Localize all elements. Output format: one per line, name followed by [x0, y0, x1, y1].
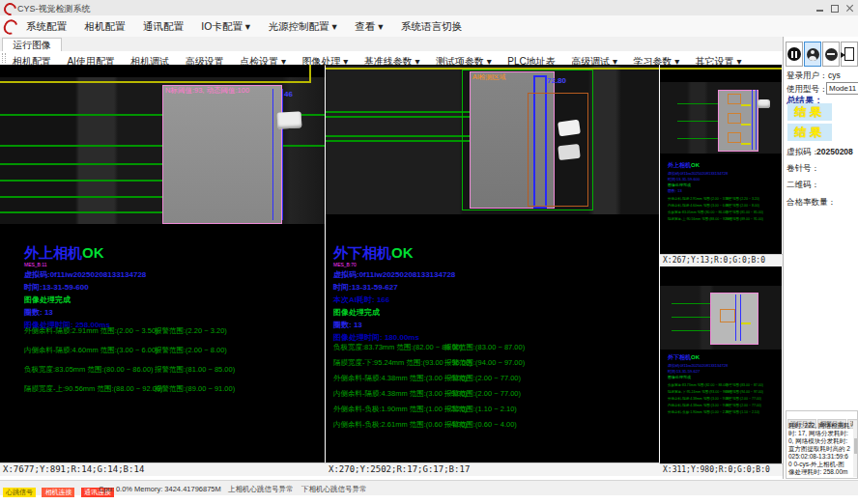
menu-item[interactable]: 光源控制配置 ▾ [262, 15, 344, 37]
model-select[interactable]: Mode11 [826, 82, 858, 95]
blue-gauge-lines [272, 89, 283, 220]
menu-item[interactable]: 通讯配置 [136, 15, 190, 37]
roi-threshold-label: N标阈值:93, 动态阈值:100 [165, 86, 249, 96]
user-icon [807, 48, 819, 61]
log-scrollbar[interactable] [853, 421, 857, 477]
log-panel: 运行日志报警日志调试日志 耗时: 222, 网络检测耗时: 17, 网络分发耗时… [786, 410, 858, 479]
camera-title: 外下相机 [333, 244, 391, 261]
orange-roi-frame [728, 132, 741, 143]
orange-roi-frame [728, 94, 741, 104]
mini-label-marker [741, 104, 751, 106]
alarm-range: 报警范围:(89.00 ~ 91.00) [155, 384, 235, 394]
time-line: 时间:13-31-59-600 [668, 177, 700, 182]
camera-link-badge: 相机连接 [42, 488, 74, 497]
side-panel: 登录用户： cys 使用型号： Mode11 总结果： 结果 结果 虚拟码： 2… [783, 37, 858, 479]
ai-time-line: 本次AI耗时: 166 [333, 294, 389, 305]
done-line: 图像处理完成 [668, 182, 691, 187]
alarm-range: 报警范围:(94.00 ~ 97.00) [726, 390, 763, 394]
measure-line [677, 103, 718, 104]
measure-line [326, 135, 471, 137]
measurement-row: 外侧余料-隔膜:4.38mm 范围:(3.00 ~ 9.00) [668, 397, 730, 401]
proc-time-line: 图像处理时间: 180.00ms [333, 332, 419, 343]
barcode-line: 虚拟码:0f11iw20250208133134728 [24, 269, 146, 280]
orange-roi-frame [720, 309, 735, 322]
menu-item[interactable]: IO卡配置 ▾ [194, 15, 257, 37]
pause-button[interactable] [786, 42, 803, 67]
barcode-line: 虚拟码:0f11iw20250208133134728 [668, 171, 728, 176]
result-ok-label: OK [691, 354, 700, 360]
camera-view-upper[interactable]: N标阈值:93, 动态阈值:100 46 外上相机OK MES_B:11 虚拟码… [0, 65, 325, 462]
upper-camera-warning: 上相机心跳信号异常 [228, 485, 294, 494]
time-line: 时间:13-31-59-600 [24, 282, 89, 293]
measurement-row: 内侧余料-隔膜:4.60mm 范围:(3.00 ~ 6.00) [24, 346, 158, 355]
measure-line [677, 138, 718, 139]
alarm-range: 报警范围:(2.00 ~ 77.00) [444, 374, 521, 383]
thumbnail-view-lower[interactable]: 外下相机OK 虚拟码:0f11iw20250208133134728 时间:13… [660, 266, 782, 463]
blue-gauge-lines [735, 294, 741, 341]
login-user-label: 登录用户： [786, 70, 828, 82]
minimize-button[interactable] [814, 4, 827, 13]
measurement-row: 外侧余料-负极:1.90mm 范围:(1.00 ~ 2.20) [668, 410, 730, 414]
measure-line [0, 196, 162, 198]
window-title: CYS-视觉检测系统 [17, 3, 91, 15]
measurement-row: 负极宽度:83.73mm 范围:(82.00 ~ 88.00) [333, 343, 463, 352]
app-window: CYS-视觉检测系统 系统配置 相机配置 通讯配置 IO卡配置 ▾ 光源控制配置… [0, 0, 858, 504]
exit-door-icon [844, 47, 854, 61]
guide-line [660, 68, 782, 70]
blue-measure-tag: 72.80 [547, 76, 566, 85]
menu-item[interactable]: 相机配置 [77, 15, 131, 37]
brand-logo-icon [1, 17, 20, 38]
alarm-range: 报警范围:(83.00 ~ 87.00) [444, 343, 525, 352]
guide-line [309, 65, 311, 81]
ai-detect-region-label: AI检测区域 [472, 72, 506, 82]
done-line: 图像处理完成 [668, 375, 691, 379]
tabstrip: 运行图像 [0, 37, 858, 52]
camera-view-lower[interactable]: AI检测区域 72.80 外下相机OK MES_B:70 虚拟码:0f11iw2… [326, 65, 659, 462]
bright-blob [558, 120, 581, 137]
measurement-row: 内侧余料-隔膜:4.60mm 范围:(3.00 ~ 6.00) [668, 204, 730, 208]
menu-item[interactable]: 查看 ▾ [348, 15, 389, 37]
alarm-range: 报警范围:(94.00 ~ 97.00) [444, 358, 525, 368]
alarm-range: 报警范围:(1.10 ~ 2.10) [726, 410, 759, 414]
alarm-range: 报警范围:(2.00 ~ 8.00) [726, 204, 759, 208]
alarm-range: 报警范围:(83.00 ~ 87.00) [726, 383, 763, 387]
heartbeat-badge: 心跳信号 [3, 488, 36, 497]
titlebar: CYS-视觉检测系统 [0, 0, 858, 16]
mini-camera-title: 外下相机OK [668, 353, 700, 362]
round-minus-icon [825, 48, 838, 61]
alarm-range: 报警范围:(81.00 ~ 85.00) [155, 365, 235, 375]
stop-button[interactable] [822, 42, 840, 67]
pixel-coord-readout: X:270;Y:2502;R:17;G:17;B:17 [326, 462, 662, 476]
measurement-row: 隔膜宽度-上:90.56mm 范围:(88.00 ~ 92.00) [668, 217, 732, 221]
menu-item[interactable]: 系统配置 [19, 15, 73, 37]
measure-line [672, 317, 710, 318]
measurement-row: 负极宽度:83.73mm 范围:(82.00 ~ 88.00) [668, 383, 728, 387]
measurement-row: 隔膜宽度-下:95.24mm 范围:(93.00 ~ 96.00) [668, 390, 732, 394]
overlay-title-row: 外上相机OK [24, 244, 104, 263]
camera-title: 外下相机 [668, 354, 691, 360]
pause-icon [787, 47, 801, 61]
orange-roi-frame [728, 113, 741, 124]
camera-title: 外上相机 [24, 244, 82, 261]
field-label: 合格率数量： [786, 197, 836, 209]
exit-button[interactable] [841, 42, 858, 67]
measurement-row: 隔膜宽度-上:90.56mm 范围:(88.00 ~ 92.00) [24, 384, 163, 394]
mes-tag: MES_B:70 [333, 262, 357, 267]
close-button[interactable] [843, 4, 856, 13]
thumbnail-view-upper[interactable]: 外上相机OK 虚拟码:0f11iw20250208133134728 时间:13… [660, 65, 782, 254]
menu-item[interactable]: 系统语言切换 [394, 15, 469, 37]
result-ok-label: OK [391, 244, 414, 261]
tab-run-image[interactable]: 运行图像 [2, 38, 62, 52]
time-line: 时间:13-31-59-627 [668, 369, 700, 374]
toolbar-grip[interactable] [2, 53, 6, 63]
done-line: 图像处理完成 [333, 307, 380, 318]
alarm-range: 报警范围:(89.00 ~ 91.00) [726, 217, 763, 221]
scrollbar-thumb[interactable] [854, 438, 857, 454]
mini-label-marker [741, 124, 751, 126]
overlay-title-row: 外下相机OK [333, 244, 414, 263]
pixel-coord-readout: X:311;Y:980;R:0;G:0;B:0 [660, 463, 785, 476]
user-button[interactable] [804, 42, 821, 67]
bright-blob [558, 144, 580, 160]
maximize-button[interactable] [828, 4, 842, 13]
alarm-range: 报警范围:(0.60 ~ 4.00) [444, 420, 517, 430]
